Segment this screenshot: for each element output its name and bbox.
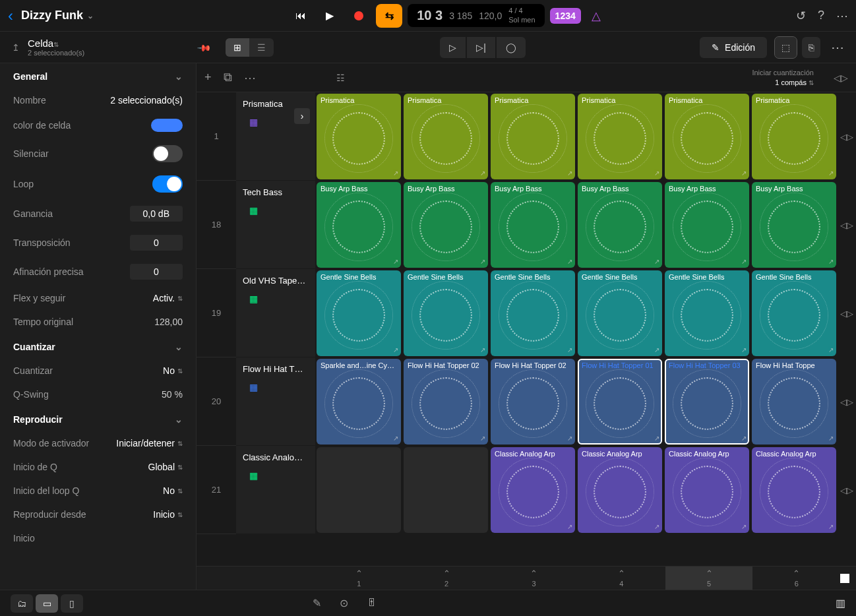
- stop-all-button[interactable]: [840, 574, 849, 583]
- scene-trigger[interactable]: ⌃6: [752, 567, 840, 590]
- row-number[interactable]: 19: [197, 269, 236, 357]
- row-nav-button[interactable]: ◁▷: [838, 269, 856, 357]
- play-button[interactable]: ▶: [318, 4, 342, 28]
- row-number[interactable]: 20: [197, 357, 236, 446]
- row-nav-button[interactable]: ◁▷: [838, 357, 856, 446]
- loop-cell[interactable]: Flow Hi Hat Topper 02↗: [404, 359, 488, 445]
- add-track-button[interactable]: +: [204, 71, 212, 84]
- loop-cell[interactable]: Busy Arp Bass↗: [665, 182, 749, 268]
- grid-nav-arrows[interactable]: ◁▷: [834, 73, 848, 83]
- pin-icon[interactable]: 📌: [197, 40, 212, 55]
- loop-cell[interactable]: Gentle Sine Bells↗: [317, 270, 401, 356]
- row-number[interactable]: 1: [197, 92, 236, 181]
- list-view-button[interactable]: ☰: [249, 38, 274, 57]
- project-title[interactable]: Dizzy Funk ⌄: [21, 9, 94, 22]
- track-header[interactable]: Flow Hi Hat T…▦: [236, 357, 315, 446]
- loop-cell[interactable]: Busy Arp Bass↗: [752, 182, 836, 268]
- inspector-tab[interactable]: ▭: [36, 594, 58, 613]
- pencil-tool[interactable]: ✎: [313, 597, 321, 609]
- scene-trigger[interactable]: ⌃5: [665, 567, 753, 590]
- flex-select[interactable]: Activ.⇅: [153, 293, 183, 303]
- track-expand-button[interactable]: ›: [294, 108, 310, 124]
- keyboard-button[interactable]: ▥: [836, 597, 845, 609]
- section-general-header[interactable]: General⌄: [0, 63, 196, 88]
- loop-cell[interactable]: Prismatica↗: [578, 94, 662, 179]
- duplicate-button[interactable]: ⧉: [224, 71, 232, 84]
- transpose-field[interactable]: 0: [130, 235, 183, 251]
- row-nav-button[interactable]: ◁▷: [838, 181, 856, 269]
- undo-icon[interactable]: ↺: [796, 9, 806, 23]
- sub-more-button[interactable]: ⋯: [831, 40, 844, 55]
- gain-field[interactable]: 0,0 dB: [130, 206, 183, 222]
- loop-cell[interactable]: Prismatica↗: [665, 94, 749, 179]
- inspector-header[interactable]: ↥ Celda⇅ 2 seleccionado(s) 📌: [12, 38, 210, 57]
- grid-more-button[interactable]: ⋯: [244, 71, 256, 85]
- mute-toggle[interactable]: [152, 145, 183, 162]
- help-icon[interactable]: ?: [818, 9, 824, 23]
- copy-tool[interactable]: ⎘: [802, 37, 820, 58]
- loop-cell[interactable]: Sparkle and…ine Cymbal↗: [317, 359, 401, 445]
- loop-cell[interactable]: Gentle Sine Bells↗: [665, 270, 749, 356]
- cell-play-button[interactable]: ▷: [440, 37, 466, 58]
- rewind-button[interactable]: ⏮: [289, 4, 313, 28]
- lcd-display[interactable]: 10 3 3 185 120,0 4 / 4 Sol men: [408, 4, 544, 26]
- qstart-select[interactable]: Global⇅: [148, 462, 183, 472]
- loop-cell[interactable]: [404, 447, 488, 533]
- section-quantize-header[interactable]: Cuantizar⌄: [0, 334, 196, 359]
- loop-cell[interactable]: Flow Hi Hat Topper 01↗: [578, 359, 662, 445]
- cell-play-from-button[interactable]: ▷|: [467, 37, 495, 58]
- loop-cell[interactable]: Flow Hi Hat Toppe↗: [752, 359, 836, 445]
- loop-cell[interactable]: Classic Analog Arp↗: [578, 447, 662, 533]
- row-nav-button[interactable]: ◁▷: [838, 446, 856, 534]
- qloop-select[interactable]: No⇅: [163, 485, 183, 496]
- back-button[interactable]: ‹: [8, 7, 13, 25]
- loop-cell[interactable]: Classic Analog Arp↗: [491, 447, 575, 533]
- loop-cell[interactable]: Gentle Sine Bells↗: [404, 270, 488, 356]
- section-play-header[interactable]: Reproducir⌄: [0, 406, 196, 431]
- loop-cell[interactable]: Gentle Sine Bells↗: [491, 270, 575, 356]
- cycle-button[interactable]: ⇆: [376, 4, 402, 28]
- loop-cell[interactable]: Prismatica↗: [404, 94, 488, 179]
- edit-mode-button[interactable]: ✎ Edición: [700, 37, 767, 58]
- trigger-select[interactable]: Iniciar/detener⇅: [116, 438, 183, 448]
- loop-cell[interactable]: Classic Analog Arp↗: [752, 447, 836, 533]
- track-header[interactable]: Tech Bass▦: [236, 181, 315, 269]
- mixer-tab[interactable]: ▯: [61, 594, 83, 613]
- row-number[interactable]: 21: [197, 446, 236, 534]
- loop-cell[interactable]: Flow Hi Hat Topper 03↗: [665, 359, 749, 445]
- track-header[interactable]: Classic Analo…▦: [236, 446, 315, 534]
- grid-view-button[interactable]: ⊞: [226, 38, 249, 57]
- row-nav-button[interactable]: ◁▷: [838, 92, 856, 181]
- more-icon[interactable]: ⋯: [836, 9, 848, 23]
- loop-cell[interactable]: Busy Arp Bass↗: [491, 182, 575, 268]
- color-swatch[interactable]: [151, 119, 183, 132]
- loop-cell[interactable]: Prismatica↗: [317, 94, 401, 179]
- automation-tool[interactable]: ⊙: [340, 597, 348, 609]
- loop-cell[interactable]: Classic Analog Arp↗: [665, 447, 749, 533]
- count-in-badge[interactable]: 1234: [550, 8, 581, 24]
- loop-toggle[interactable]: [152, 175, 183, 193]
- loop-cell[interactable]: Flow Hi Hat Topper 02↗: [491, 359, 575, 445]
- loop-cell[interactable]: Prismatica↗: [491, 94, 575, 179]
- record-button[interactable]: [347, 4, 371, 28]
- scene-trigger[interactable]: ⌃4: [578, 567, 665, 590]
- loop-cell[interactable]: [317, 447, 401, 533]
- scene-trigger[interactable]: ⌃1: [315, 567, 403, 590]
- loop-cell[interactable]: Gentle Sine Bells↗: [578, 270, 662, 356]
- loop-cell[interactable]: Gentle Sine Bells↗: [752, 270, 836, 356]
- library-tab[interactable]: 🗂: [11, 594, 33, 613]
- loop-cell[interactable]: Prismatica↗: [752, 94, 836, 179]
- loop-cell[interactable]: Busy Arp Bass↗: [404, 182, 488, 268]
- row-number[interactable]: 18: [197, 181, 236, 269]
- cell-record-button[interactable]: ◯: [497, 37, 526, 58]
- track-header[interactable]: Old VHS Tape…▦: [236, 269, 315, 357]
- finetune-field[interactable]: 0: [130, 264, 183, 280]
- scene-trigger[interactable]: ⌃3: [490, 567, 578, 590]
- quantize-start-select[interactable]: Iniciar cuantización 1 compás ⇅: [752, 68, 814, 87]
- ruler-icon[interactable]: ☷: [336, 73, 345, 83]
- metronome-icon[interactable]: △: [592, 9, 601, 23]
- quantize-select[interactable]: No⇅: [163, 365, 183, 376]
- scene-trigger[interactable]: ⌃2: [403, 567, 491, 590]
- loop-cell[interactable]: Busy Arp Bass↗: [578, 182, 662, 268]
- marquee-tool[interactable]: ⬚: [775, 37, 797, 58]
